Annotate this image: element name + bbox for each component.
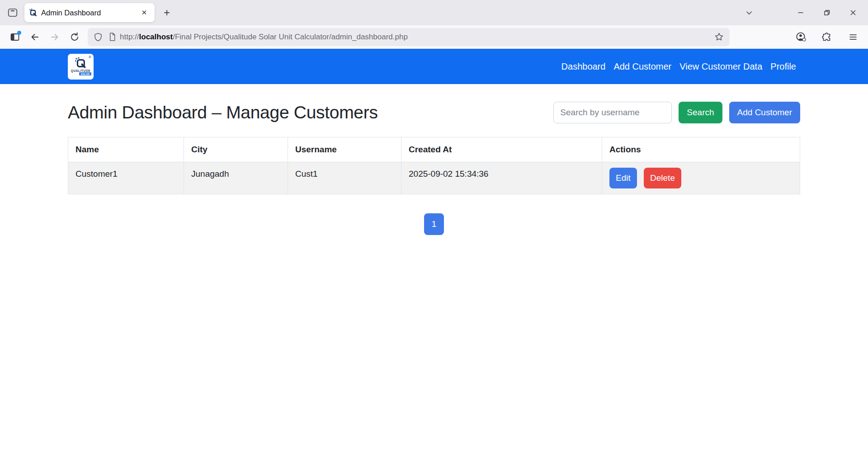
- window-controls: [742, 6, 868, 19]
- site-navbar: ® QUALITUDE SOLAR Dashboard Add Customer…: [0, 49, 868, 84]
- close-window-icon[interactable]: [846, 6, 860, 19]
- nav-item-add-customer[interactable]: Add Customer: [609, 61, 675, 72]
- cell-username: Cust1: [288, 162, 401, 194]
- search-button[interactable]: Search: [679, 102, 722, 123]
- url-path: /Final Projects/Qualitude Solar Unit Cal…: [173, 33, 408, 41]
- brand-name: QUALITUDE: [71, 69, 90, 72]
- browser-tabstrip: Admin Dashboard ✕ +: [0, 0, 868, 25]
- bookmark-star-icon[interactable]: [714, 32, 724, 42]
- nav-item-view-customer-data[interactable]: View Customer Data: [675, 61, 766, 72]
- pagination-page-1[interactable]: 1: [424, 213, 444, 235]
- site-favicon: [29, 9, 37, 17]
- page-info-icon[interactable]: [108, 32, 117, 42]
- header-name: Name: [68, 137, 184, 162]
- page-content: Admin Dashboard – Manage Customers Searc…: [0, 102, 868, 235]
- cell-city: Junagadh: [184, 162, 288, 194]
- menu-hamburger-icon[interactable]: [845, 29, 861, 45]
- customers-table: Name City Username Created At Actions Cu…: [68, 137, 800, 194]
- browser-tab[interactable]: Admin Dashboard ✕: [24, 3, 155, 22]
- url-scheme: http://: [120, 33, 139, 41]
- tab-title: Admin Dashboard: [41, 9, 138, 17]
- delete-button[interactable]: Delete: [644, 168, 681, 188]
- header-actions: Actions: [602, 137, 800, 162]
- firefox-view-button[interactable]: [5, 5, 21, 21]
- registered-mark: ®: [89, 55, 91, 59]
- edit-button[interactable]: Edit: [609, 168, 637, 188]
- tab-close-icon[interactable]: ✕: [138, 7, 150, 19]
- notification-dot: [17, 31, 21, 35]
- header-username: Username: [288, 137, 401, 162]
- brand-subtitle: SOLAR: [79, 72, 91, 75]
- search-input[interactable]: [553, 102, 672, 123]
- browser-toolbar: http://localhost/Final Projects/Qualitud…: [0, 25, 868, 49]
- extensions-puzzle-icon[interactable]: [819, 29, 835, 45]
- url-text: http://localhost/Final Projects/Qualitud…: [120, 33, 714, 42]
- reload-icon[interactable]: [67, 29, 82, 45]
- tab-list-chevron-icon[interactable]: [742, 6, 756, 19]
- page-title: Admin Dashboard – Manage Customers: [68, 103, 378, 122]
- cell-name: Customer1: [68, 162, 184, 194]
- sidebar-toggle-button[interactable]: [7, 29, 23, 45]
- new-tab-icon[interactable]: +: [159, 5, 175, 20]
- brand-logo[interactable]: ® QUALITUDE SOLAR: [68, 54, 94, 80]
- add-customer-button[interactable]: Add Customer: [729, 102, 800, 123]
- table-header-row: Name City Username Created At Actions: [68, 137, 800, 162]
- minimize-icon[interactable]: [794, 6, 807, 19]
- nav-item-profile[interactable]: Profile: [766, 61, 800, 72]
- account-icon[interactable]: [793, 29, 808, 45]
- url-host: localhost: [139, 33, 173, 41]
- cell-actions: Edit Delete: [602, 162, 800, 194]
- main-nav: Dashboard Add Customer View Customer Dat…: [557, 61, 800, 72]
- toolbar-controls: Search Add Customer: [553, 102, 800, 123]
- cell-created-at: 2025-09-02 15:34:36: [401, 162, 602, 194]
- url-bar[interactable]: http://localhost/Final Projects/Qualitud…: [88, 28, 730, 46]
- header-created-at: Created At: [401, 137, 602, 162]
- header-city: City: [184, 137, 288, 162]
- restore-window-icon[interactable]: [820, 6, 834, 19]
- pagination: 1: [68, 213, 800, 235]
- shield-icon[interactable]: [93, 32, 103, 42]
- firefox-view-icon: [7, 7, 19, 19]
- brand-q-icon: [75, 57, 86, 69]
- forward-icon[interactable]: [47, 29, 62, 45]
- table-row: Customer1 Junagadh Cust1 2025-09-02 15:3…: [68, 162, 800, 194]
- back-icon[interactable]: [27, 29, 42, 45]
- nav-item-dashboard[interactable]: Dashboard: [557, 61, 610, 72]
